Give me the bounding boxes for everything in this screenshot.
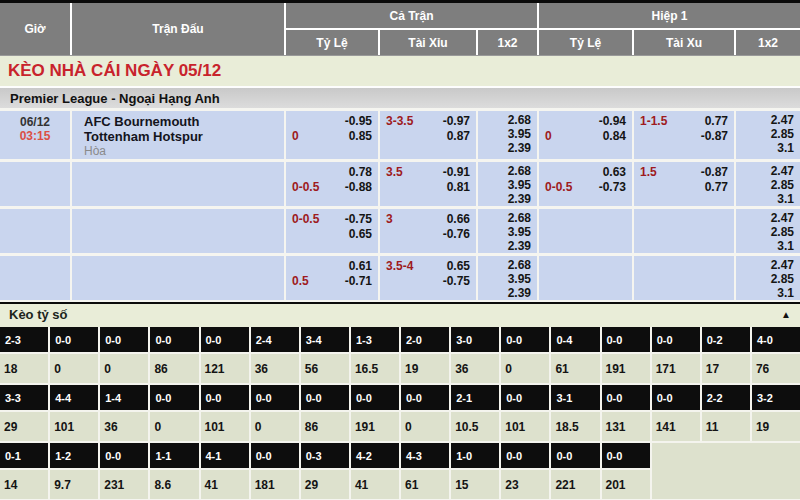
score-odds-value[interactable]: 131 <box>602 412 650 441</box>
score-odds-value[interactable]: 86 <box>150 354 198 383</box>
score-cell[interactable]: 0-0 <box>201 385 249 410</box>
odds-cell-h1-overunder[interactable] <box>634 256 734 300</box>
score-odds-value[interactable]: 9.7 <box>50 470 98 499</box>
odds-cell-ft-overunder[interactable]: 3.5-40.65-0.75 <box>380 256 476 300</box>
score-odds-value[interactable]: 19 <box>752 412 800 441</box>
score-odds-value[interactable]: 76 <box>752 354 800 383</box>
odds-cell-h1-handicap[interactable]: 0.630-0.5-0.73 <box>539 162 632 206</box>
score-odds-value[interactable]: 10.5 <box>451 412 499 441</box>
score-odds-value[interactable]: 29 <box>0 412 48 441</box>
score-odds-value[interactable]: 121 <box>201 354 249 383</box>
odds-cell-h1-1x2[interactable]: 2.472.853.1 <box>736 162 800 206</box>
score-odds-value[interactable]: 181 <box>251 470 299 499</box>
odds-cell-ft-handicap[interactable]: 0-0.5-0.750.65 <box>286 209 378 253</box>
odds-cell-h1-handicap[interactable] <box>539 209 632 253</box>
score-odds-value[interactable]: 0 <box>50 354 98 383</box>
score-cell[interactable]: 0-0 <box>501 327 549 352</box>
score-odds-value[interactable]: 29 <box>301 470 349 499</box>
score-cell[interactable]: 4-0 <box>752 327 800 352</box>
score-cell[interactable]: 1-3 <box>351 327 399 352</box>
score-cell[interactable]: 0-0 <box>201 327 249 352</box>
score-odds-value[interactable]: 191 <box>351 412 399 441</box>
odds-cell-ft-1x2[interactable]: 2.683.952.39 <box>478 162 537 206</box>
odds-cell-h1-1x2[interactable]: 2.472.853.1 <box>736 256 800 300</box>
score-odds-value[interactable]: 141 <box>652 412 700 441</box>
score-cell[interactable]: 0-0 <box>351 385 399 410</box>
score-cell[interactable]: 0-3 <box>301 443 349 468</box>
odds-cell-ft-1x2[interactable]: 2.683.952.39 <box>478 256 537 300</box>
score-odds-value[interactable]: 56 <box>301 354 349 383</box>
odds-cell-h1-overunder[interactable]: 1-1.50.77-0.87 <box>634 111 734 159</box>
odds-cell-ft-handicap[interactable]: -0.9500.85 <box>286 111 378 159</box>
score-cell[interactable]: 0-0 <box>602 443 650 468</box>
score-odds-value[interactable]: 41 <box>201 470 249 499</box>
score-cell[interactable]: 0-0 <box>100 443 148 468</box>
score-cell[interactable]: 4-2 <box>351 443 399 468</box>
odds-cell-h1-overunder[interactable] <box>634 209 734 253</box>
odds-cell-ft-overunder[interactable]: 3-3.5-0.970.87 <box>380 111 476 159</box>
score-odds-value[interactable]: 101 <box>501 412 549 441</box>
score-cell[interactable]: 0-0 <box>602 327 650 352</box>
score-odds-value[interactable]: 101 <box>50 412 98 441</box>
score-odds-value[interactable]: 171 <box>652 354 700 383</box>
score-odds-value[interactable]: 231 <box>100 470 148 499</box>
score-cell[interactable]: 2-0 <box>401 327 449 352</box>
score-cell[interactable]: 0-0 <box>50 327 98 352</box>
score-cell[interactable]: 2-2 <box>702 385 750 410</box>
score-cell[interactable]: 0-0 <box>150 385 198 410</box>
odds-cell-ft-overunder[interactable]: 30.66-0.76 <box>380 209 476 253</box>
score-odds-value[interactable]: 36 <box>451 354 499 383</box>
score-odds-value[interactable]: 36 <box>251 354 299 383</box>
score-odds-value[interactable]: 0 <box>150 412 198 441</box>
score-odds-value[interactable]: 18.5 <box>551 412 599 441</box>
score-cell[interactable]: 0-1 <box>0 443 48 468</box>
score-cell[interactable]: 4-3 <box>401 443 449 468</box>
score-cell[interactable]: 1-1 <box>150 443 198 468</box>
odds-cell-h1-overunder[interactable]: 1.5-0.870.77 <box>634 162 734 206</box>
score-odds-value[interactable]: 15 <box>451 470 499 499</box>
odds-cell-h1-1x2[interactable]: 2.472.853.1 <box>736 111 800 159</box>
score-cell[interactable]: 0-0 <box>602 385 650 410</box>
score-cell[interactable]: 3-3 <box>0 385 48 410</box>
score-odds-value[interactable]: 19 <box>401 354 449 383</box>
score-odds-value[interactable]: 0 <box>100 354 148 383</box>
score-odds-value[interactable]: 36 <box>100 412 148 441</box>
score-cell[interactable]: 0-0 <box>100 327 148 352</box>
score-odds-value[interactable]: 16.5 <box>351 354 399 383</box>
score-odds-value[interactable]: 0 <box>251 412 299 441</box>
odds-cell-h1-1x2[interactable]: 2.472.853.1 <box>736 209 800 253</box>
score-odds-value[interactable]: 191 <box>602 354 650 383</box>
score-cell[interactable]: 0-4 <box>551 327 599 352</box>
score-odds-value[interactable]: 221 <box>551 470 599 499</box>
score-cell[interactable]: 1-2 <box>50 443 98 468</box>
score-cell[interactable]: 0-0 <box>150 327 198 352</box>
score-odds-value[interactable]: 86 <box>301 412 349 441</box>
score-odds-value[interactable]: 61 <box>551 354 599 383</box>
score-cell[interactable]: 4-1 <box>201 443 249 468</box>
score-odds-value[interactable]: 14 <box>0 470 48 499</box>
score-cell[interactable]: 0-0 <box>501 443 549 468</box>
score-odds-value[interactable]: 8.6 <box>150 470 198 499</box>
odds-cell-ft-1x2[interactable]: 2.683.952.39 <box>478 209 537 253</box>
score-odds-value[interactable]: 0 <box>501 354 549 383</box>
score-cell[interactable]: 0-0 <box>301 385 349 410</box>
score-cell[interactable]: 3-0 <box>451 327 499 352</box>
odds-cell-ft-handicap[interactable]: 0.780-0.5-0.88 <box>286 162 378 206</box>
score-cell[interactable]: 1-0 <box>451 443 499 468</box>
score-cell[interactable]: 3-4 <box>301 327 349 352</box>
score-odds-value[interactable]: 61 <box>401 470 449 499</box>
score-cell[interactable]: 0-0 <box>401 385 449 410</box>
score-odds-value[interactable]: 23 <box>501 470 549 499</box>
score-cell[interactable]: 0-0 <box>251 443 299 468</box>
score-cell[interactable]: 3-2 <box>752 385 800 410</box>
score-cell[interactable]: 0-0 <box>251 385 299 410</box>
score-odds-value[interactable]: 41 <box>351 470 399 499</box>
score-cell[interactable]: 2-4 <box>251 327 299 352</box>
score-odds-value[interactable]: 0 <box>401 412 449 441</box>
odds-cell-h1-handicap[interactable]: -0.9400.84 <box>539 111 632 159</box>
score-odds-value[interactable]: 11 <box>702 412 750 441</box>
score-odds-value[interactable]: 17 <box>702 354 750 383</box>
score-odds-value[interactable]: 18 <box>0 354 48 383</box>
score-cell[interactable]: 0-0 <box>501 385 549 410</box>
odds-cell-h1-handicap[interactable] <box>539 256 632 300</box>
